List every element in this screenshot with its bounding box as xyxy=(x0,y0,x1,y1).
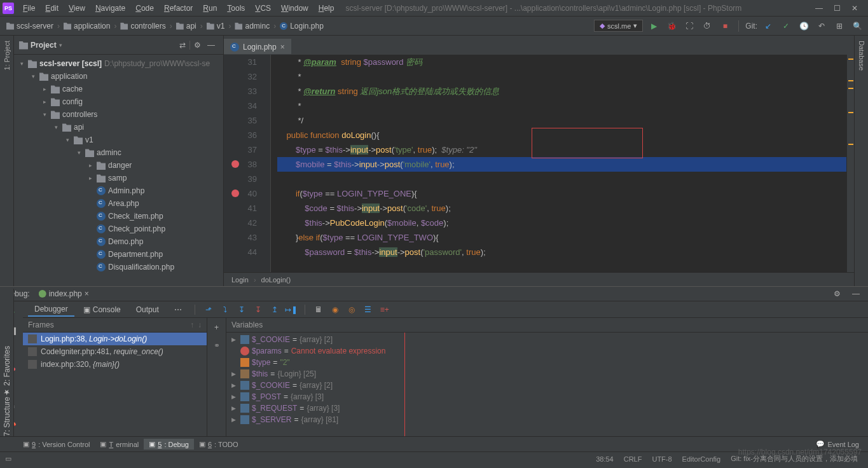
ide-settings-button[interactable]: ⊞ xyxy=(832,19,846,33)
breadcrumb-method[interactable]: doLogin() xyxy=(261,276,291,284)
menu-edit[interactable]: Edit xyxy=(40,3,64,14)
scroll-from-source-button[interactable]: ⇄ xyxy=(176,38,189,52)
close-button[interactable]: ✕ xyxy=(850,4,859,13)
favorites-tool-tab[interactable]: ★ 2: Favorites xyxy=(3,346,11,397)
search-everywhere-button[interactable]: 🔍 xyxy=(850,19,864,33)
close-tab-icon[interactable]: × xyxy=(280,43,285,52)
tree-node[interactable]: ▾application xyxy=(14,70,223,83)
chevron-down-icon[interactable]: ▾ xyxy=(59,42,62,48)
bottom-tab[interactable]: ▣ Terminal xyxy=(95,439,144,450)
menu-code[interactable]: Code xyxy=(130,3,159,14)
variable-row[interactable]: $type = "2" xyxy=(226,357,868,368)
code-line[interactable]: * xyxy=(277,69,846,84)
tree-node[interactable]: ▸cache xyxy=(14,83,223,95)
code-line[interactable]: }else if($type == LOGIN_TYPE_TWO){ xyxy=(277,230,846,245)
project-tool-tab[interactable]: 1: Project xyxy=(2,36,12,75)
maximize-button[interactable]: ☐ xyxy=(832,4,841,13)
editor-gutter[interactable]: 3132333435363738394041424344 xyxy=(224,55,262,272)
menu-tools[interactable]: Tools xyxy=(222,3,250,14)
variable-row[interactable]: ▶$_POST = {array} [3] xyxy=(226,391,868,403)
output-tab[interactable]: Output xyxy=(130,303,165,316)
settings-icon[interactable]: ⚙ xyxy=(190,38,204,52)
show-execution-point-button[interactable]: ⬏ xyxy=(202,303,216,317)
code-line[interactable]: * @return string 返回json格式的登陆成功或失败的信息 xyxy=(277,84,846,99)
hide-panel-button[interactable]: — xyxy=(204,38,218,52)
breadcrumb-item[interactable]: v1 xyxy=(204,22,228,31)
tree-node[interactable]: Disqualification.php xyxy=(14,261,223,273)
folding-strip[interactable] xyxy=(262,55,271,272)
profile-button[interactable]: ⏱ xyxy=(700,19,714,33)
evaluate-expression-button[interactable]: 🖩 xyxy=(312,303,326,317)
vcs-revert-button[interactable]: ↶ xyxy=(815,19,829,33)
breadcrumb-item[interactable]: application xyxy=(61,22,113,31)
force-step-into-button[interactable]: ↧ xyxy=(251,303,265,317)
breadcrumb-item[interactable]: controllers xyxy=(118,22,168,31)
code-line[interactable]: */ xyxy=(277,113,846,128)
status-line-sep[interactable]: CRLF xyxy=(624,455,642,463)
tree-node[interactable]: Area.php xyxy=(14,197,223,210)
variable-row[interactable]: ▶$_COOKIE = {array} [2] xyxy=(226,380,868,391)
variable-row[interactable]: ▶$this = {Login} [25] xyxy=(226,368,868,380)
code-line[interactable]: public function doLogin(){ xyxy=(277,128,846,142)
menu-run[interactable]: Run xyxy=(198,3,222,14)
tree-node[interactable]: Check_item.php xyxy=(14,210,223,223)
tree-node[interactable]: ▸samp xyxy=(14,172,223,184)
breadcrumb-item[interactable]: api xyxy=(174,22,199,31)
hide-panel-button[interactable]: — xyxy=(849,287,863,301)
add-button[interactable]: ≡+ xyxy=(378,303,392,317)
code-line[interactable]: $code = $this->input->post('code', true)… xyxy=(277,201,846,216)
breadcrumb-item[interactable]: adminc xyxy=(232,22,272,31)
code-line[interactable]: $mobile = $this->input->post('mobile', t… xyxy=(277,157,846,172)
tree-node[interactable]: ▾adminc xyxy=(14,146,223,159)
step-out-button[interactable]: ↥ xyxy=(268,303,282,317)
menu-navigate[interactable]: Navigate xyxy=(90,3,130,14)
tree-node[interactable]: ▾api xyxy=(14,121,223,134)
tree-node[interactable]: ▸config xyxy=(14,95,223,108)
menu-help[interactable]: Help xyxy=(313,3,340,14)
trace-button-2[interactable]: ◎ xyxy=(345,303,359,317)
breadcrumb-item[interactable]: scsl-server xyxy=(4,22,56,31)
bottom-tab[interactable]: ▣ 9: Version Control xyxy=(18,439,95,450)
code-line[interactable]: * xyxy=(277,99,846,113)
tree-node[interactable]: ▾v1 xyxy=(14,134,223,146)
tree-node[interactable]: ▸danger xyxy=(14,159,223,172)
editor-tab[interactable]: Login.php × xyxy=(224,39,291,54)
project-tree[interactable]: ▾scsl-server [scsl]D:\phpstudy_pro\WWW\s… xyxy=(14,55,223,286)
menu-view[interactable]: View xyxy=(64,3,90,14)
bottom-tab[interactable]: ▣ 6: TODO xyxy=(194,439,244,450)
stack-frame[interactable]: index.php:320, {main}() xyxy=(23,358,207,371)
minimize-button[interactable]: — xyxy=(815,4,823,13)
variable-row[interactable]: ▶$_SERVER = {array} [81] xyxy=(226,414,868,425)
status-caret-pos[interactable]: 38:54 xyxy=(596,455,614,463)
bottom-tab[interactable]: ▣ 5: Debug xyxy=(144,439,194,450)
tree-node[interactable]: Department.php xyxy=(14,248,223,261)
debug-session-tab[interactable]: index.php × xyxy=(35,288,93,299)
vcs-update-button[interactable]: ↙ xyxy=(761,19,775,33)
database-tool-tab[interactable]: Database xyxy=(857,36,867,76)
code-area[interactable]: * @param string $password 密码 * * @return… xyxy=(271,55,846,272)
debugger-tab[interactable]: Debugger xyxy=(28,303,74,317)
tree-node[interactable]: Check_point.php xyxy=(14,223,223,235)
menu-refactor[interactable]: Refactor xyxy=(159,3,198,14)
editor-minimap[interactable] xyxy=(846,55,854,272)
variable-row[interactable]: ▶$_REQUEST = {array} [3] xyxy=(226,403,868,414)
status-editorconfig[interactable]: EditorConfig xyxy=(682,455,721,463)
vcs-history-button[interactable]: 🕓 xyxy=(797,19,811,33)
tree-node[interactable]: ▾controllers xyxy=(14,108,223,121)
frame-up-icon[interactable]: ↑ xyxy=(190,320,194,329)
breakpoint-icon[interactable] xyxy=(231,189,239,197)
trace-button[interactable]: ◉ xyxy=(328,303,342,317)
status-icon[interactable]: ▭ xyxy=(5,455,11,463)
step-over-button[interactable]: ⤵ xyxy=(218,303,232,317)
more-tabs-icon[interactable]: ⋯ xyxy=(168,303,188,316)
tree-node[interactable]: Admin.php xyxy=(14,184,223,197)
close-tab-icon[interactable]: × xyxy=(85,289,89,298)
stop-button[interactable]: ■ xyxy=(718,19,732,33)
code-line[interactable]: $type = $this->input->post('type', true)… xyxy=(277,142,846,157)
variable-row[interactable]: ▶$_COOKIE = {array} [2] xyxy=(226,334,868,345)
run-config-selector[interactable]: ◆ scsl.me ▾ xyxy=(594,20,643,32)
debug-button[interactable]: 🐞 xyxy=(665,19,679,33)
stack-frame[interactable]: Login.php:38, Login->doLogin() xyxy=(23,333,207,345)
step-into-button[interactable]: ↧ xyxy=(235,303,249,317)
status-encoding[interactable]: UTF-8 xyxy=(652,455,672,463)
